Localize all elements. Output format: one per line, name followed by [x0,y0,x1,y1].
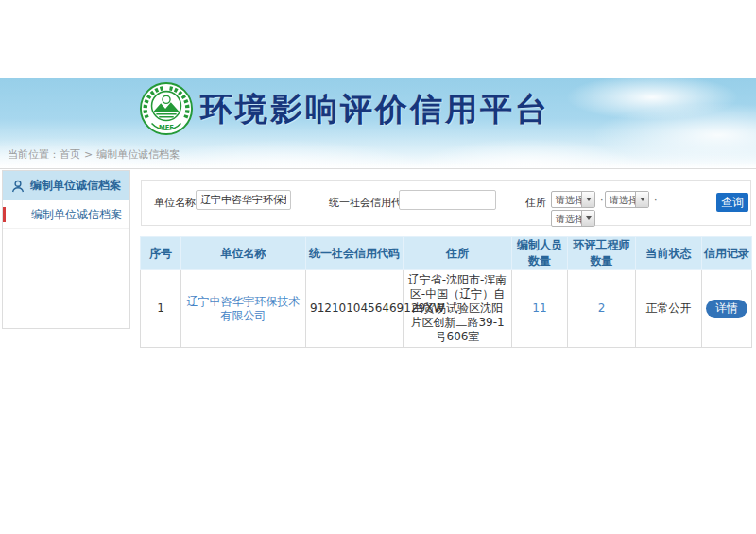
address-separator: · [600,194,604,206]
col-header-staff-count: 编制人员数量 [512,237,568,270]
cell-engineer-count: 2 [568,270,636,348]
sidebar-item-label: 编制单位诚信档案 [31,208,122,221]
unit-name-input[interactable] [196,190,291,210]
chevron-down-icon[interactable] [581,192,594,207]
col-header-address: 住所 [404,237,512,270]
city-select-value: 请选择 [610,194,638,207]
cell-credit-record: 详情 [702,270,752,348]
site-header: MEE 环境影响评价信用平台 当前位置：首页>编制单位诚信档案 [0,78,756,169]
results-table: 序号 单位名称 统一社会信用代码 住所 编制人员数量 环评工程师数量 当前状态 … [140,236,751,348]
sidebar-header-label: 编制单位诚信档案 [30,178,121,194]
detail-button[interactable]: 详情 [706,300,747,318]
cell-staff-count: 11 [512,270,568,348]
cell-credit-code: 9121010456469129XW [306,270,404,348]
sidebar-header: 编制单位诚信档案 [3,171,129,200]
staff-count-link[interactable]: 11 [532,301,546,315]
mee-logo-icon: MEE [139,81,194,136]
credit-code-input[interactable] [399,190,496,210]
cell-status: 正常公开 [636,270,702,348]
address-separator: · [654,194,658,206]
breadcrumb-current: 编制单位诚信档案 [96,148,180,161]
col-header-unit-name: 单位名称 [181,237,306,270]
unit-name-link[interactable]: 辽宁中咨华宇环保技术有限公司 [187,295,301,322]
page-title: 环境影响评价信用平台 [200,88,550,131]
table-header-row: 序号 单位名称 统一社会信用代码 住所 编制人员数量 环评工程师数量 当前状态 … [141,237,752,270]
person-icon [11,180,25,193]
breadcrumb-prefix: 当前位置： [8,148,60,161]
address-district-select[interactable]: 请选择 [551,210,595,227]
breadcrumb: 当前位置：首页>编制单位诚信档案 [8,147,180,162]
col-header-engineer-count: 环评工程师数量 [568,237,636,270]
cell-index: 1 [141,270,181,348]
chevron-down-icon[interactable] [581,211,594,226]
svg-text:MEE: MEE [159,124,174,131]
table-row: 1 辽宁中咨华宇环保技术有限公司 9121010456469129XW 辽宁省-… [141,270,752,348]
address-province-select[interactable]: 请选择 [551,191,595,208]
breadcrumb-separator: > [84,148,93,161]
page: MEE 环境影响评价信用平台 当前位置：首页>编制单位诚信档案 编制单位诚信档案… [0,0,756,534]
col-header-status: 当前状态 [636,237,702,270]
province-select-value: 请选择 [556,194,584,207]
query-button[interactable]: 查询 [716,193,748,212]
sidebar-item-archive[interactable]: 编制单位诚信档案 [3,200,129,229]
col-header-credit-code: 统一社会信用代码 [306,237,404,270]
engineer-count-link[interactable]: 2 [598,301,606,315]
breadcrumb-home-link[interactable]: 首页 [60,148,80,161]
col-header-index: 序号 [141,237,181,270]
search-panel: 单位名称 ： 统一社会信用代码 ： 住所 ： 请选择 · 请选择 · 请选择 查… [141,180,751,226]
district-select-value: 请选择 [556,213,584,226]
active-item-marker [3,207,6,222]
cell-unit-name: 辽宁中咨华宇环保技术有限公司 [181,270,306,348]
col-header-credit-record: 信用记录 [702,237,752,270]
address-city-select[interactable]: 请选择 [605,191,649,208]
cell-address: 辽宁省-沈阳市-浑南区-中国（辽宁）自由贸易试验区沈阳片区创新二路39-1号60… [404,270,512,348]
chevron-down-icon[interactable] [635,192,648,207]
sidebar: 编制单位诚信档案 编制单位诚信档案 [2,170,130,329]
